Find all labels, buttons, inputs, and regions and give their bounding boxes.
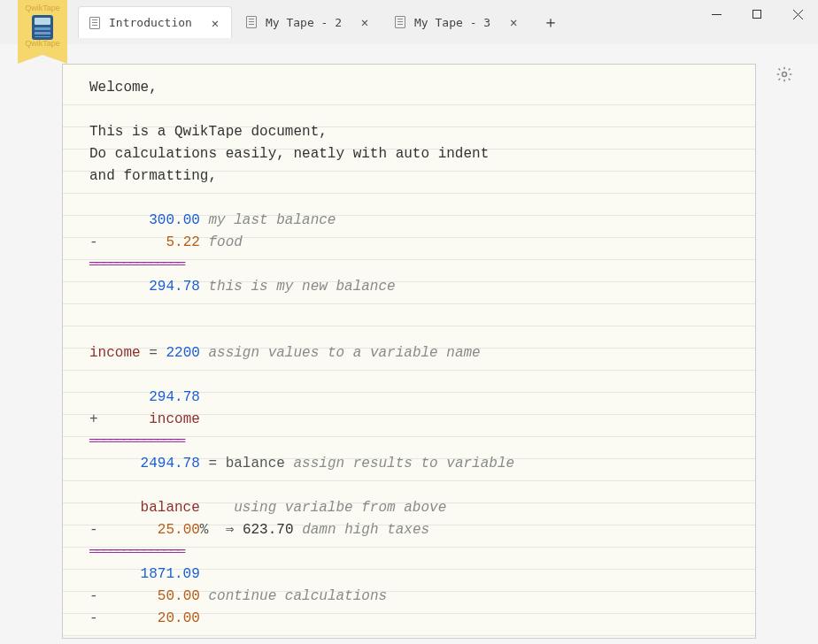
close-icon[interactable]: ✕ [506, 15, 521, 29]
tab-my-tape-2[interactable]: My Tape - 2 ✕ [235, 6, 381, 38]
number: 25.00 [158, 522, 200, 538]
tab-label: My Tape - 2 [266, 16, 342, 29]
content-area: Welcome, This is a QwikTape document, Do… [0, 44, 818, 639]
text-line: Do calculations easily, neatly with auto… [89, 146, 489, 162]
operator: - [89, 610, 98, 626]
assignment: = balance [208, 456, 284, 472]
svg-rect-1 [752, 10, 760, 18]
tab-label: My Tape - 3 [414, 16, 490, 29]
comment: continue calculations [208, 588, 387, 604]
number: 2200 [166, 345, 199, 361]
text-line: and formatting, [89, 168, 217, 184]
maximize-button[interactable] [737, 0, 777, 28]
gear-icon[interactable] [776, 65, 793, 83]
separator: ══════════════ [89, 433, 183, 449]
operator: - [89, 522, 98, 538]
comment: my last balance [208, 212, 336, 228]
separator: ══════════════ [89, 257, 183, 272]
document-icon [395, 16, 405, 28]
number: 2494.78 [141, 456, 200, 472]
svg-point-4 [783, 73, 787, 77]
close-icon[interactable]: ✕ [358, 15, 372, 29]
editor[interactable]: Welcome, This is a QwikTape document, Do… [62, 64, 756, 639]
percent: % [200, 522, 209, 538]
tab-introduction[interactable]: Introduction ✕ [78, 6, 232, 38]
text-line: Welcome, [89, 80, 158, 96]
tab-bar: Introduction ✕ My Tape - 2 ✕ My Tape - 3… [0, 0, 818, 44]
operator: + [89, 411, 98, 427]
operator: - [89, 588, 98, 604]
number: 20.00 [158, 610, 200, 626]
window-controls [696, 0, 818, 28]
number: 1871.09 [141, 566, 200, 582]
minimize-button[interactable] [696, 0, 737, 28]
separator: ══════════════ [89, 544, 183, 560]
variable: balance [141, 500, 200, 516]
tab-label: Introduction [109, 16, 192, 29]
document-icon [246, 16, 257, 28]
comment: this is my new balance [208, 279, 395, 295]
close-icon[interactable]: ✕ [208, 16, 222, 30]
close-window-button[interactable] [777, 0, 818, 28]
comment: damn high taxes [302, 522, 429, 538]
comment: food [208, 234, 242, 250]
text-line: This is a QwikTape document, [89, 124, 328, 140]
number: 294.78 [149, 389, 200, 405]
arrow: ⇒ [226, 522, 235, 538]
comment: assign values to a variable name [208, 345, 480, 361]
document-content[interactable]: Welcome, This is a QwikTape document, Do… [63, 65, 755, 630]
comment: using varialbe from above [234, 500, 446, 516]
operator: - [89, 234, 98, 250]
operator: = [149, 345, 158, 361]
document-icon [89, 17, 100, 29]
calculator-icon [32, 15, 53, 40]
result: 623.70 [243, 522, 294, 538]
number: 300.00 [149, 212, 200, 228]
number: 294.78 [149, 279, 200, 295]
app-logo: QwikTape QwikTape [18, 0, 67, 55]
variable: income [89, 345, 141, 361]
tab-my-tape-3[interactable]: My Tape - 3 ✕ [384, 6, 529, 38]
comment: assign results to variable [293, 456, 514, 472]
add-tab-button[interactable]: ＋ [542, 13, 559, 31]
variable: income [149, 411, 200, 427]
number: 5.22 [166, 234, 199, 250]
number: 50.00 [158, 588, 200, 604]
